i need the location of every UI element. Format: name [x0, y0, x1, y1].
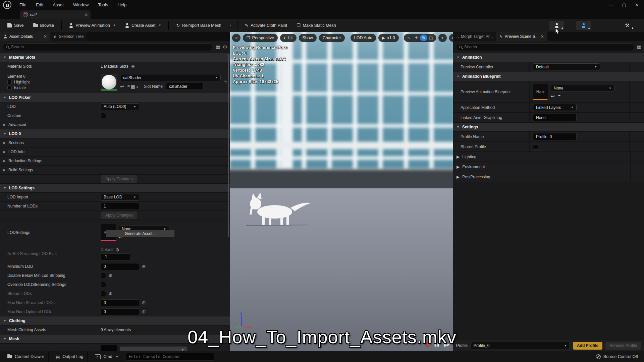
row-reduction-settings[interactable]: ▶Reduction Settings — [0, 157, 230, 166]
max-optional-input[interactable]: 0 — [101, 308, 139, 315]
material-checker-icon[interactable]: ▦▼ — [131, 84, 139, 89]
section-clothing[interactable]: ▼ Clothing — [0, 316, 230, 325]
section-animation[interactable]: ▼ Animation — [453, 53, 644, 62]
disable-below-checkbox[interactable] — [101, 273, 106, 278]
noref-bias-input[interactable]: -1 — [101, 253, 131, 260]
section-lod0[interactable]: ▼ LOD 0 — [0, 129, 230, 138]
material-asset-dropdown[interactable]: catShader▼ — [120, 74, 221, 81]
settings-gear-icon[interactable]: ⚙ — [223, 44, 227, 50]
close-icon[interactable]: ✕ — [635, 2, 639, 7]
add-profile-button[interactable]: Add Profile — [573, 342, 602, 350]
menu-item-tools[interactable]: Tools — [93, 0, 113, 10]
lod-import-dropdown[interactable]: Base LOD▼ — [101, 194, 139, 201]
console-input-box[interactable] — [126, 353, 214, 361]
maximize-icon[interactable]: ▢ — [622, 2, 626, 7]
search-input[interactable] — [464, 45, 631, 49]
rotate-tool-icon[interactable]: ↻ — [420, 35, 427, 41]
slot-name-input[interactable]: catShader — [166, 83, 204, 90]
max-streamed-input[interactable]: 0 — [101, 299, 139, 306]
lit-button[interactable]: ◐Lit — [280, 34, 296, 42]
mesh-thumbnail[interactable] — [101, 345, 117, 351]
row-lod-info[interactable]: ▶LOD Info — [0, 147, 230, 157]
viewport-menu-button[interactable]: ≡ — [232, 34, 240, 42]
anim-bp-thumbnail[interactable]: None — [533, 84, 548, 100]
override-checkbox[interactable] — [101, 282, 106, 287]
scale-tool-icon[interactable]: ◳ — [427, 35, 435, 41]
preview-animation-button[interactable]: Preview Animation▼ — [65, 20, 120, 31]
minimize-icon[interactable]: — — [609, 2, 613, 7]
character-button[interactable]: Character — [319, 34, 345, 42]
add-icon[interactable]: ⊕ — [142, 264, 146, 269]
section-animation-blueprint[interactable]: ▼ Animation Blueprint — [453, 72, 644, 81]
menu-item-window[interactable]: Window — [68, 0, 93, 10]
add-icon[interactable]: ⊕ — [142, 309, 146, 314]
search-box[interactable] — [456, 43, 634, 51]
source-control-status[interactable]: Source Control Off — [596, 354, 641, 359]
use-selected-icon[interactable]: ↩ — [551, 94, 555, 99]
profile-name-input[interactable]: Profile_0 — [533, 133, 577, 140]
minimum-lod-input[interactable]: 0 — [101, 263, 139, 270]
material-thumbnail[interactable] — [101, 74, 117, 90]
add-icon[interactable]: ⊕ — [115, 247, 119, 252]
left-panel-scrollbar[interactable] — [228, 54, 229, 237]
close-icon[interactable]: ✕ — [85, 12, 88, 17]
add-icon[interactable]: ⊕ — [109, 291, 113, 296]
perspective-button[interactable]: ❒Perspective — [243, 34, 278, 42]
playback-speed-button[interactable]: ▶x1.0 — [378, 34, 399, 42]
tab-preview-scene-settings[interactable]: ✎ Preview Scene S... ✕ — [496, 32, 547, 41]
highlight-checkbox[interactable]: Highlight — [7, 80, 30, 84]
profile-dropdown[interactable]: Profile_0▼ — [471, 342, 570, 349]
close-icon[interactable]: ✕ — [44, 34, 47, 39]
browse-button[interactable]: Browse — [29, 20, 58, 31]
apply-changes-button[interactable]: Apply Changes — [101, 175, 137, 183]
character-mode-button[interactable]: ★ — [576, 21, 591, 30]
lod-dropdown[interactable]: Auto (LOD0)▼ — [101, 103, 139, 110]
make-static-mesh-button[interactable]: ❒ Make Static Mesh — [292, 20, 340, 31]
output-log-button[interactable]: ▤ Output Log — [52, 351, 88, 362]
select-tool-icon[interactable]: ↖ — [405, 35, 413, 41]
move-tool-icon[interactable]: ✚ — [413, 35, 420, 41]
section-lod-settings[interactable]: ▼ LOD Settings — [0, 184, 230, 193]
grid-view-icon[interactable]: ▦ — [637, 44, 641, 50]
number-of-lods-input[interactable]: 1 — [101, 203, 139, 210]
close-icon[interactable]: ✕ — [541, 34, 544, 39]
create-asset-button[interactable]: Create Asset▼ — [121, 20, 165, 31]
row-environment[interactable]: ▶ Environment — [453, 162, 644, 172]
remove-profile-button[interactable]: Remove Profile — [605, 342, 641, 350]
toolbar-overflow-button[interactable]: » — [449, 34, 453, 42]
add-icon[interactable]: ⊕ — [109, 273, 113, 278]
section-lod-picker[interactable]: ▼ LOD Picker — [0, 93, 230, 102]
content-drawer-button[interactable]: Content Drawer — [3, 351, 49, 362]
linked-anim-graph-tag-input[interactable]: None — [533, 114, 577, 121]
property-matrix-icon[interactable]: ▦ — [216, 44, 220, 50]
row-advanced[interactable]: ▶ Advanced — [0, 120, 230, 129]
use-selected-icon[interactable]: ↩ — [120, 84, 124, 89]
mesh-asset-dropdown[interactable]: ▼ — [120, 347, 187, 351]
row-postprocessing[interactable]: ▶ PostProcessing — [453, 172, 644, 182]
save-button[interactable]: Save — [3, 20, 28, 31]
menu-item-file[interactable]: File — [15, 0, 31, 10]
asset-tab-cat[interactable]: ❒ cat* ✕ — [20, 10, 91, 19]
reset-to-default-icon[interactable]: ↰ — [224, 80, 227, 84]
tab-asset-details[interactable]: Asset Details ✕ — [0, 32, 50, 41]
preview-controller-dropdown[interactable]: Default▼ — [533, 63, 600, 70]
row-build-settings[interactable]: ▶Build Settings — [0, 166, 230, 175]
menu-item-asset[interactable]: Asset — [48, 0, 68, 10]
section-settings[interactable]: ▼ Settings — [453, 123, 644, 132]
console-input[interactable] — [129, 354, 211, 359]
search-box[interactable] — [3, 43, 213, 51]
show-button[interactable]: Show — [299, 34, 317, 42]
camera-speed-button[interactable]: ⌖ — [438, 34, 447, 42]
generate-asset-button[interactable]: Generate Asset... — [106, 230, 174, 237]
anim-bp-dropdown[interactable]: None▼ — [551, 85, 614, 92]
apply-changes-button[interactable]: Apply Changes — [101, 212, 137, 219]
custom-checkbox[interactable] — [101, 113, 106, 118]
shared-profile-checkbox[interactable] — [533, 144, 538, 149]
search-input[interactable] — [11, 45, 210, 49]
section-material-slots[interactable]: ▼ Material Slots — [0, 53, 230, 62]
tools-mode-button[interactable]: ⚒ ★ — [620, 21, 635, 30]
row-lighting[interactable]: ▶ Lighting — [453, 152, 644, 162]
row-sections[interactable]: ▶Sections — [0, 138, 230, 147]
add-material-slot-icon[interactable]: ⊕ — [131, 64, 135, 69]
reimport-base-mesh-button[interactable]: ↻ Reimport Base Mesh — [172, 20, 225, 31]
